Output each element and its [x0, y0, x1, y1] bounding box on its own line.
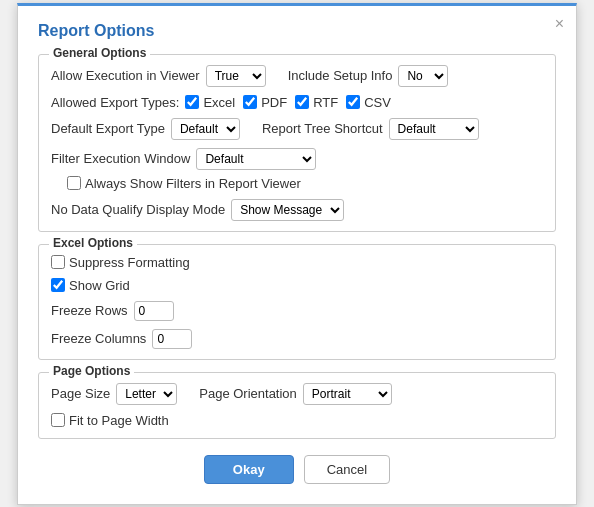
no-data-row: No Data Qualify Display Mode Show Messag… [51, 199, 543, 221]
excel-options-section: Excel Options Suppress Formatting Show G… [38, 244, 556, 360]
include-setup-select[interactable]: No Yes [398, 65, 448, 87]
default-export-label: Default Export Type [51, 121, 165, 136]
allow-execution-row: Allow Execution in Viewer True False Inc… [51, 65, 543, 87]
no-data-label: No Data Qualify Display Mode [51, 202, 225, 217]
page-size-row: Page Size Letter A4 Legal Page Orientati… [51, 383, 543, 405]
report-tree-label: Report Tree Shortcut [262, 121, 383, 136]
default-export-select[interactable]: Default [171, 118, 240, 140]
report-tree-select[interactable]: Default [389, 118, 479, 140]
freeze-columns-label: Freeze Columns [51, 331, 146, 346]
freeze-rows-input[interactable] [134, 301, 174, 321]
page-orientation-label: Page Orientation [199, 386, 297, 401]
allow-execution-select[interactable]: True False [206, 65, 266, 87]
suppress-formatting-checkbox[interactable] [51, 255, 65, 269]
always-show-filters-label-wrap[interactable]: Always Show Filters in Report Viewer [67, 176, 301, 191]
csv-checkbox[interactable] [346, 95, 360, 109]
fit-to-page-checkbox[interactable] [51, 413, 65, 427]
filter-execution-row: Filter Execution Window Default Always S… [51, 148, 543, 191]
csv-checkbox-label[interactable]: CSV [346, 95, 391, 110]
show-grid-row: Show Grid [51, 278, 543, 293]
rtf-checkbox-label[interactable]: RTF [295, 95, 338, 110]
always-show-filters-checkbox[interactable] [67, 176, 81, 190]
page-options-section: Page Options Page Size Letter A4 Legal P… [38, 372, 556, 439]
pdf-checkbox-label[interactable]: PDF [243, 95, 287, 110]
excel-label: Excel [203, 95, 235, 110]
show-grid-label-wrap[interactable]: Show Grid [51, 278, 130, 293]
freeze-rows-row: Freeze Rows [51, 301, 543, 321]
csv-label: CSV [364, 95, 391, 110]
export-types-row: Allowed Export Types: Excel PDF RTF CSV [51, 95, 543, 110]
freeze-columns-input[interactable] [152, 329, 192, 349]
excel-options-label: Excel Options [49, 236, 137, 250]
suppress-formatting-row: Suppress Formatting [51, 255, 543, 270]
page-size-select[interactable]: Letter A4 Legal [116, 383, 177, 405]
general-options-label: General Options [49, 46, 150, 60]
default-export-row: Default Export Type Default Report Tree … [51, 118, 543, 140]
pdf-checkbox[interactable] [243, 95, 257, 109]
fit-to-page-row: Fit to Page Width [51, 413, 543, 428]
allowed-export-label: Allowed Export Types: [51, 95, 179, 110]
filter-execution-label: Filter Execution Window [51, 151, 190, 166]
show-grid-checkbox[interactable] [51, 278, 65, 292]
freeze-rows-label: Freeze Rows [51, 303, 128, 318]
no-data-select[interactable]: Show Message Hide Report [231, 199, 344, 221]
suppress-formatting-label-wrap[interactable]: Suppress Formatting [51, 255, 190, 270]
fit-to-page-label: Fit to Page Width [69, 413, 169, 428]
page-options-label: Page Options [49, 364, 134, 378]
rtf-checkbox[interactable] [295, 95, 309, 109]
export-types-container: Excel PDF RTF CSV [185, 95, 391, 110]
page-orientation-select[interactable]: Portrait Landscape [303, 383, 392, 405]
excel-checkbox-label[interactable]: Excel [185, 95, 235, 110]
excel-checkbox[interactable] [185, 95, 199, 109]
rtf-label: RTF [313, 95, 338, 110]
cancel-button[interactable]: Cancel [304, 455, 390, 484]
allow-execution-label: Allow Execution in Viewer [51, 68, 200, 83]
include-setup-label: Include Setup Info [288, 68, 393, 83]
report-options-dialog: Report Options × General Options Allow E… [17, 3, 577, 505]
pdf-label: PDF [261, 95, 287, 110]
close-button[interactable]: × [555, 16, 564, 32]
fit-to-page-label-wrap[interactable]: Fit to Page Width [51, 413, 169, 428]
page-size-label: Page Size [51, 386, 110, 401]
dialog-title: Report Options [38, 22, 556, 40]
freeze-columns-row: Freeze Columns [51, 329, 543, 349]
dialog-footer: Okay Cancel [38, 455, 556, 484]
always-show-filters-label: Always Show Filters in Report Viewer [85, 176, 301, 191]
suppress-formatting-label: Suppress Formatting [69, 255, 190, 270]
general-options-section: General Options Allow Execution in Viewe… [38, 54, 556, 232]
filter-execution-select[interactable]: Default [196, 148, 316, 170]
show-grid-label: Show Grid [69, 278, 130, 293]
okay-button[interactable]: Okay [204, 455, 294, 484]
